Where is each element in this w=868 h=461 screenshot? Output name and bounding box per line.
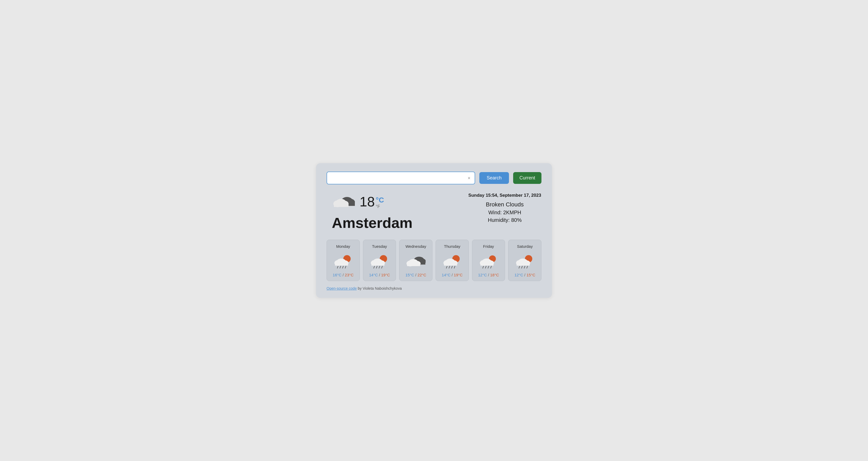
forecast-day-label: Monday: [329, 244, 358, 249]
forecast-day-label: Thursday: [438, 244, 466, 249]
fahrenheit-unit: °F: [376, 204, 380, 209]
forecast-day-label: Wednesday: [402, 244, 430, 249]
svg-rect-11: [335, 262, 348, 266]
temp-high: 23°C: [345, 273, 354, 277]
footer-suffix: by Violeta Naboishchykova: [357, 286, 402, 291]
svg-line-57: [524, 266, 525, 268]
svg-line-58: [527, 266, 528, 268]
svg-rect-36: [444, 262, 457, 266]
temp-high: 22°C: [417, 273, 426, 277]
forecast-icon-wednesday: [402, 252, 430, 270]
svg-line-24: [381, 266, 382, 268]
datetime: Sunday 15:54, September 17, 2023: [468, 193, 541, 198]
forecast-day-label: Saturday: [510, 244, 539, 249]
svg-rect-20: [371, 262, 384, 266]
city-name: Amsterdam: [332, 214, 412, 231]
svg-rect-6: [334, 203, 348, 207]
weather-icon-temp: 18 °C °F: [332, 193, 384, 211]
forecast-temps-tuesday: 14°C / 19°C: [365, 273, 394, 277]
temperature-units: °C °F: [376, 196, 384, 209]
left-panel: 18 °C °F Amsterdam: [327, 193, 458, 231]
celsius-unit: °C: [376, 196, 384, 204]
forecast-row: Monday 16°C: [327, 240, 541, 281]
svg-line-21: [374, 266, 374, 268]
forecast-card-monday: Monday 16°C: [327, 240, 360, 281]
forecast-icon-monday: [329, 252, 358, 270]
forecast-card-saturday: Saturday 12°C / 15°C: [508, 240, 541, 281]
svg-line-23: [379, 266, 380, 268]
temp-low: 16°C: [333, 273, 342, 277]
forecast-temps-thursday: 14°C / 19°C: [438, 273, 466, 277]
forecast-temps-monday: 16°C / 23°C: [329, 273, 358, 277]
app-container: Amsterdam × Search Current: [316, 163, 552, 298]
temp-low: 12°C: [515, 273, 523, 277]
forecast-card-wednesday: Wednesday 15°C / 22°C: [399, 240, 432, 281]
right-panel: Sunday 15:54, September 17, 2023 Broken …: [468, 193, 541, 223]
temperature-value: 18: [360, 195, 375, 208]
svg-line-49: [491, 266, 491, 268]
svg-rect-45: [480, 262, 494, 266]
svg-line-47: [485, 266, 486, 268]
svg-line-14: [343, 266, 343, 268]
svg-line-15: [345, 266, 346, 268]
svg-line-37: [446, 266, 447, 268]
search-button[interactable]: Search: [479, 172, 509, 184]
open-source-link[interactable]: Open-source code: [327, 286, 357, 291]
svg-line-38: [449, 266, 450, 268]
wind-info: Wind: 2KMPH: [468, 209, 541, 216]
current-location-button[interactable]: Current: [513, 172, 541, 184]
forecast-card-tuesday: Tuesday 14°C / 19°C: [363, 240, 396, 281]
svg-line-22: [376, 266, 377, 268]
svg-line-12: [337, 266, 338, 268]
forecast-card-thursday: Thursday 14°C / 19°C: [436, 240, 469, 281]
temp-high: 15°C: [527, 273, 535, 277]
svg-line-13: [340, 266, 341, 268]
svg-line-56: [522, 266, 522, 268]
svg-line-40: [454, 266, 455, 268]
header-row: Amsterdam × Search Current: [327, 171, 541, 185]
svg-rect-54: [517, 262, 530, 266]
forecast-temps-wednesday: 15°C / 22°C: [402, 273, 430, 277]
temperature-display: 18 °C °F: [360, 195, 384, 209]
forecast-temps-saturday: 12°C / 15°C: [510, 273, 539, 277]
humidity-info: Humidity: 80%: [468, 217, 541, 223]
svg-line-55: [519, 266, 520, 268]
main-content: 18 °C °F Amsterdam Sunday 15:54, Septemb…: [327, 193, 541, 231]
svg-line-46: [483, 266, 484, 268]
svg-line-39: [452, 266, 452, 268]
svg-rect-31: [407, 263, 420, 266]
forecast-day-label: Friday: [474, 244, 503, 249]
forecast-day-label: Tuesday: [365, 244, 394, 249]
forecast-temps-friday: 12°C / 18°C: [474, 273, 503, 277]
temp-low: 15°C: [405, 273, 414, 277]
forecast-icon-saturday: [510, 252, 539, 270]
forecast-icon-tuesday: [365, 252, 394, 270]
search-input-wrapper: Amsterdam ×: [327, 171, 475, 185]
temp-low: 12°C: [478, 273, 487, 277]
temp-high: 19°C: [381, 273, 390, 277]
footer: Open-source code by Violeta Naboishchyko…: [327, 286, 541, 291]
forecast-icon-thursday: [438, 252, 466, 270]
forecast-icon-friday: [474, 252, 503, 270]
search-input[interactable]: Amsterdam: [327, 171, 475, 185]
forecast-card-friday: Friday 12°C / 18°C: [472, 240, 505, 281]
temp-low: 14°C: [369, 273, 378, 277]
temp-low: 14°C: [442, 273, 451, 277]
temp-high: 19°C: [454, 273, 463, 277]
temp-high: 18°C: [490, 273, 499, 277]
clear-button[interactable]: ×: [466, 175, 472, 181]
current-weather-icon: [332, 193, 355, 211]
svg-line-48: [488, 266, 489, 268]
weather-condition: Broken Clouds: [468, 201, 541, 208]
